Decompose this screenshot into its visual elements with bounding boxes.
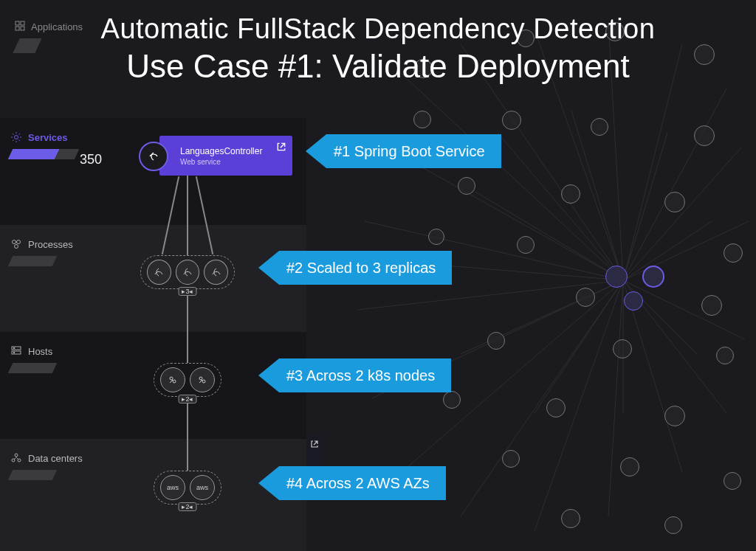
svg-line-6 [623, 148, 741, 280]
svg-point-36 [15, 245, 18, 249]
services-count: 350 [80, 152, 102, 167]
graph-node [664, 192, 685, 212]
svg-point-46 [199, 377, 202, 380]
connector-line [187, 176, 188, 255]
graph-node [502, 111, 521, 130]
arrow-left-icon [258, 466, 279, 500]
callout-text: #3 Across 2 k8s nodes [279, 358, 451, 392]
graph-node [605, 266, 628, 288]
graph-node [517, 236, 535, 254]
callout-1: #1 Spring Boot Service [306, 134, 501, 168]
graph-node [724, 472, 741, 490]
svg-line-0 [402, 74, 623, 280]
arrow-left-icon [258, 251, 279, 285]
graph-node [716, 347, 734, 364]
connector-line [187, 397, 188, 471]
graph-node [576, 288, 595, 307]
hosts-label: Hosts [28, 346, 52, 357]
service-card[interactable]: LanguagesController Web service [159, 136, 292, 176]
service-ring-icon [139, 142, 168, 171]
graph-node [546, 398, 566, 417]
svg-point-45 [173, 380, 176, 383]
graph-node [694, 125, 715, 146]
datacenter-icon [10, 452, 22, 464]
graph-node [664, 516, 682, 534]
open-link-icon[interactable] [310, 440, 319, 448]
services-label: Services [28, 132, 68, 143]
datacenters-cluster[interactable]: aws aws ▸2◂ [154, 471, 221, 505]
service-name: LanguagesController [180, 146, 262, 156]
graph-node [613, 339, 632, 358]
gear-icon [10, 131, 22, 143]
processes-icon [10, 238, 22, 250]
graph-node [664, 406, 685, 426]
svg-point-44 [170, 377, 173, 380]
graph-node [620, 457, 639, 477]
title-line-2: Use Case #1: Validate Deployment [0, 48, 756, 85]
callout-4: #4 Across 2 AWS AZs [258, 466, 446, 500]
graph-node [458, 177, 475, 195]
hosts-icon [10, 345, 22, 357]
graph-node [413, 111, 431, 128]
svg-line-8 [623, 280, 745, 339]
services-progress-bar [8, 149, 80, 159]
process-node [176, 260, 200, 285]
aws-node: aws [160, 475, 185, 500]
datacenters-label: Data centers [28, 453, 83, 464]
svg-line-28 [475, 192, 623, 280]
svg-point-47 [202, 380, 205, 383]
host-node [160, 367, 185, 392]
connector-line [187, 289, 188, 363]
svg-line-27 [446, 266, 623, 280]
cluster-count: ▸3◂ [178, 287, 196, 296]
arrow-left-icon [258, 358, 279, 392]
processes-label: Processes [28, 239, 73, 250]
slide-title: Automatic FullStack Dependency Detection… [0, 13, 756, 85]
svg-line-19 [498, 133, 623, 280]
svg-point-39 [13, 347, 15, 349]
cluster-count: ▸2◂ [178, 395, 196, 403]
graph-node [561, 509, 580, 528]
callout-text: #4 Across 2 AWS AZs [279, 466, 446, 500]
graph-node [487, 332, 505, 350]
graph-center-node [642, 266, 664, 288]
svg-line-13 [461, 280, 623, 516]
graph-node [561, 184, 580, 204]
graph-node [428, 229, 444, 245]
hosts-bar [8, 363, 58, 373]
svg-point-41 [15, 454, 18, 457]
callout-2: #2 Scaled to 3 replicas [258, 251, 452, 285]
callout-text: #2 Scaled to 3 replicas [279, 251, 452, 285]
svg-point-35 [17, 240, 21, 244]
open-link-icon[interactable] [276, 142, 286, 152]
datacenters-bar [8, 470, 58, 480]
hosts-cluster[interactable]: ▸2◂ [154, 363, 221, 397]
cluster-count: ▸2◂ [178, 502, 196, 511]
title-line-1: Automatic FullStack Dependency Detection [0, 13, 756, 45]
graph-node [701, 295, 722, 316]
svg-point-33 [15, 136, 18, 139]
arrow-left-icon [306, 134, 326, 168]
graph-node [443, 391, 461, 409]
service-type: Web service [180, 158, 262, 166]
aws-node: aws [190, 475, 215, 500]
callout-3: #3 Across 2 k8s nodes [258, 358, 451, 392]
host-node [190, 367, 215, 392]
svg-point-34 [13, 240, 16, 244]
graph-node [591, 118, 608, 136]
graph-node [502, 450, 520, 468]
process-node [204, 260, 228, 285]
process-node [147, 260, 171, 285]
callout-text: #1 Spring Boot Service [326, 134, 501, 168]
svg-point-40 [13, 352, 15, 353]
graph-node [624, 291, 643, 311]
processes-cluster[interactable]: ▸3◂ [140, 255, 235, 289]
processes-bar [8, 256, 58, 266]
graph-node [724, 243, 743, 263]
svg-line-21 [623, 133, 667, 280]
svg-line-5 [623, 89, 726, 280]
